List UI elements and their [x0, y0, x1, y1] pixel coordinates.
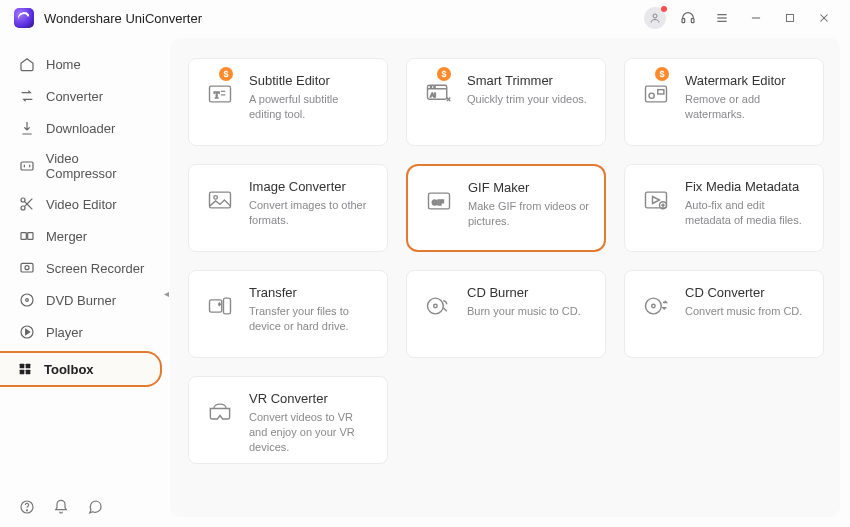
- converter-icon: [18, 87, 36, 105]
- svg-point-56: [646, 298, 662, 314]
- subtitle-icon: T: [203, 77, 237, 111]
- svg-rect-16: [28, 233, 33, 240]
- app-title: Wondershare UniConverter: [44, 11, 202, 26]
- cd-burner-icon: [421, 289, 455, 323]
- sidebar-item-label: Merger: [46, 229, 87, 244]
- tool-card-cd-converter[interactable]: CD Converter Convert music from CD.: [624, 270, 824, 358]
- minimize-button[interactable]: [744, 6, 768, 30]
- user-avatar-icon[interactable]: [644, 7, 666, 29]
- feedback-icon[interactable]: [86, 498, 104, 516]
- tool-card-image-converter[interactable]: Image Converter Convert images to other …: [188, 164, 388, 252]
- svg-marker-22: [26, 329, 30, 334]
- sidebar-item-label: Player: [46, 325, 83, 340]
- tool-title: Smart Trimmer: [467, 73, 591, 88]
- svg-rect-26: [26, 370, 31, 375]
- svg-point-55: [434, 304, 438, 308]
- close-button[interactable]: [812, 6, 836, 30]
- tool-desc: Convert images to other formats.: [249, 198, 373, 228]
- tool-card-smart-trimmer[interactable]: $ AI Smart Trimmer Quickly trim your vid…: [406, 58, 606, 146]
- toolbox-icon: [16, 360, 34, 378]
- sidebar-item-converter[interactable]: Converter: [0, 80, 170, 112]
- tool-desc: Burn your music to CD.: [467, 304, 591, 319]
- sidebar-item-compressor[interactable]: Video Compressor: [0, 144, 170, 188]
- watermark-icon: [639, 77, 673, 111]
- sidebar-item-screen-recorder[interactable]: Screen Recorder: [0, 252, 170, 284]
- sidebar-item-label: Toolbox: [44, 362, 94, 377]
- tool-desc: Convert videos to VR and enjoy on your V…: [249, 410, 373, 455]
- tool-card-transfer[interactable]: Transfer Transfer your files to device o…: [188, 270, 388, 358]
- help-icon[interactable]: [18, 498, 36, 516]
- bell-icon[interactable]: [52, 498, 70, 516]
- tool-title: CD Converter: [685, 285, 809, 300]
- sidebar-item-downloader[interactable]: Downloader: [0, 112, 170, 144]
- svg-point-20: [26, 299, 29, 302]
- tool-title: VR Converter: [249, 391, 373, 406]
- sidebar-item-label: Screen Recorder: [46, 261, 144, 276]
- svg-text:T: T: [214, 90, 220, 100]
- premium-badge-icon: $: [437, 67, 451, 81]
- sidebar-item-label: Home: [46, 57, 81, 72]
- premium-badge-icon: $: [219, 67, 233, 81]
- sidebar-item-home[interactable]: Home: [0, 48, 170, 80]
- home-icon: [18, 55, 36, 73]
- svg-rect-23: [20, 364, 25, 369]
- svg-point-11: [21, 198, 25, 202]
- image-icon: [203, 183, 237, 217]
- premium-badge-icon: $: [655, 67, 669, 81]
- sidebar-item-dvd-burner[interactable]: DVD Burner: [0, 284, 170, 316]
- sidebar-item-label: Video Editor: [46, 197, 117, 212]
- cd-converter-icon: [639, 289, 673, 323]
- scissors-icon: [18, 195, 36, 213]
- sidebar: Home Converter Downloader Video Compress…: [0, 36, 170, 527]
- app-logo-icon: [14, 8, 34, 28]
- svg-rect-29: [210, 86, 231, 102]
- tool-card-fix-metadata[interactable]: Fix Media Metadata Auto-fix and edit met…: [624, 164, 824, 252]
- merger-icon: [18, 227, 36, 245]
- tool-card-subtitle-editor[interactable]: $ T Subtitle Editor A powerful subtitle …: [188, 58, 388, 146]
- tool-card-cd-burner[interactable]: CD Burner Burn your music to CD.: [406, 270, 606, 358]
- tool-desc: Make GIF from videos or pictures.: [468, 199, 590, 229]
- svg-point-12: [21, 206, 25, 210]
- sidebar-item-label: Video Compressor: [46, 151, 152, 181]
- menu-icon[interactable]: [710, 6, 734, 30]
- record-icon: [18, 259, 36, 277]
- tool-desc: Auto-fix and edit metadata of media file…: [685, 198, 809, 228]
- svg-rect-53: [224, 298, 231, 314]
- disc-icon: [18, 291, 36, 309]
- sidebar-item-video-editor[interactable]: Video Editor: [0, 188, 170, 220]
- maximize-button[interactable]: [778, 6, 802, 30]
- svg-rect-24: [26, 364, 31, 369]
- svg-rect-43: [210, 192, 231, 208]
- metadata-icon: [639, 183, 673, 217]
- svg-text:GIF: GIF: [432, 199, 444, 206]
- svg-point-18: [25, 266, 29, 270]
- svg-point-57: [652, 304, 656, 308]
- collapse-sidebar-icon[interactable]: ◂: [159, 281, 173, 305]
- tool-card-vr-converter[interactable]: VR Converter Convert videos to VR and en…: [188, 376, 388, 464]
- svg-point-0: [653, 14, 657, 18]
- svg-marker-48: [653, 197, 660, 204]
- trimmer-icon: AI: [421, 77, 455, 111]
- sidebar-item-label: Downloader: [46, 121, 115, 136]
- sidebar-item-player[interactable]: Player: [0, 316, 170, 348]
- svg-point-42: [649, 93, 654, 98]
- tool-card-gif-maker[interactable]: GIF GIF Maker Make GIF from videos or pi…: [406, 164, 606, 252]
- svg-point-19: [21, 294, 33, 306]
- svg-point-28: [26, 510, 27, 511]
- svg-rect-25: [20, 370, 25, 375]
- download-icon: [18, 119, 36, 137]
- tool-title: Subtitle Editor: [249, 73, 373, 88]
- headset-icon[interactable]: [676, 6, 700, 30]
- tool-desc: A powerful subtitle editing tool.: [249, 92, 373, 122]
- sidebar-item-toolbox[interactable]: Toolbox: [0, 351, 162, 387]
- svg-rect-1: [682, 19, 685, 23]
- sidebar-item-merger[interactable]: Merger: [0, 220, 170, 252]
- play-icon: [18, 323, 36, 341]
- svg-point-54: [428, 298, 444, 314]
- tool-title: CD Burner: [467, 285, 591, 300]
- tool-card-watermark-editor[interactable]: $ Watermark Editor Remove or add waterma…: [624, 58, 824, 146]
- sidebar-item-label: DVD Burner: [46, 293, 116, 308]
- tool-title: GIF Maker: [468, 180, 590, 195]
- vr-icon: [203, 395, 237, 429]
- tool-desc: Transfer your files to device or hard dr…: [249, 304, 373, 334]
